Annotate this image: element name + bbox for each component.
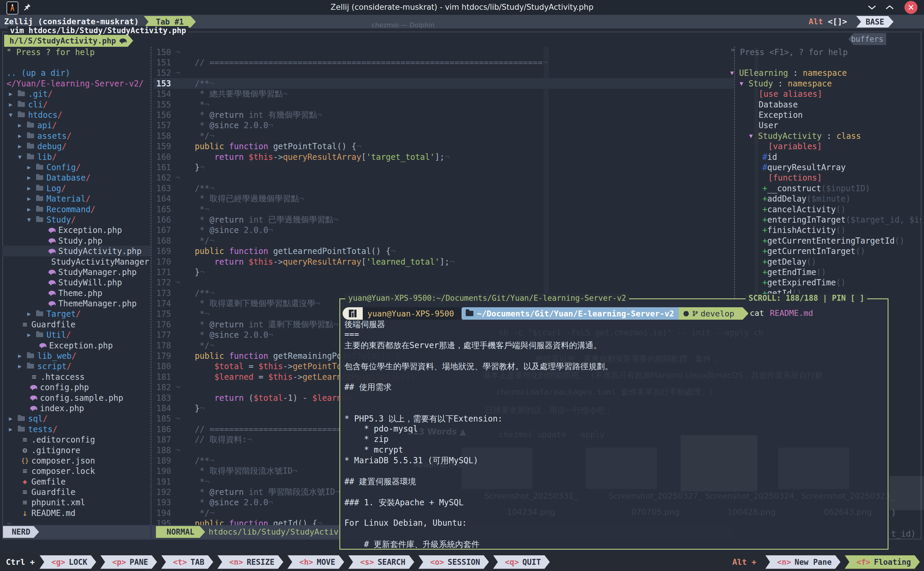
code-line-157[interactable]: 157 * @since 2.0.0¬ xyxy=(154,120,734,131)
tree-folder-Log[interactable]: ▶Log/ xyxy=(2,183,151,193)
keybinding-quit[interactable]: <q>QUIT xyxy=(493,555,550,569)
vista-row-18[interactable]: +getCurrentEnteringTargetId() xyxy=(730,235,921,246)
vista-row-4[interactable]: [use aliases] xyxy=(730,89,921,99)
vista-row-0[interactable]: " Press <F1>, ? for help xyxy=(730,47,921,57)
tree-file-config.sample.php[interactable]: config.sample.php xyxy=(2,392,151,403)
code-line-155[interactable]: 155 *¬ xyxy=(154,99,734,110)
code-line-166[interactable]: 166 * @return int 已學過幾個學習點¬ xyxy=(154,214,734,225)
vista-row-6[interactable]: Exception xyxy=(730,110,921,120)
vista-row-13[interactable]: +__construct($inputID) xyxy=(730,183,921,193)
chevron-right-icon[interactable]: ▶ xyxy=(9,415,15,422)
tree-folder-Database[interactable]: ▶Database/ xyxy=(2,173,151,183)
tree-folder-sql[interactable]: ▶sql/ xyxy=(2,414,151,424)
keybinding-pane[interactable]: <p>PANE xyxy=(100,555,157,569)
tree-row[interactable]: .. (up a dir) xyxy=(2,68,151,78)
keybinding-session[interactable]: <o>SESSION xyxy=(418,555,489,569)
chevron-right-icon[interactable]: ▶ xyxy=(27,310,33,317)
tree-folder-script[interactable]: ▶script/ xyxy=(2,361,151,372)
tree-folder-debug[interactable]: ▶debug/ xyxy=(2,141,151,151)
vista-row-5[interactable]: Database xyxy=(730,99,921,110)
vista-row-22[interactable]: +getExpiredTime() xyxy=(730,277,921,288)
code-line-161[interactable]: 161 }¬ xyxy=(154,162,734,172)
code-line-162[interactable]: 162¬ xyxy=(154,173,734,183)
vista-row-15[interactable]: +cancelActivity() xyxy=(730,204,921,214)
chevron-down-icon[interactable]: ▼ xyxy=(27,216,33,223)
keybinding-move[interactable]: <h>MOVE xyxy=(288,555,344,569)
code-line-151[interactable]: 151 // =================================… xyxy=(154,57,734,68)
chevron-right-icon[interactable]: ▶ xyxy=(27,164,33,171)
chevron-down-icon[interactable]: ▼ xyxy=(740,80,748,87)
vista-row-21[interactable]: +getEndTime() xyxy=(730,267,921,277)
tree-folder-assets[interactable]: ▶assets/ xyxy=(2,131,151,141)
keybinding-new-pane[interactable]: <n>New Pane xyxy=(765,555,841,569)
code-line-153[interactable]: 153 /**¬ xyxy=(154,78,734,88)
minimize-button[interactable] xyxy=(864,1,879,14)
tree-file-composer.lock[interactable]: ≡composer.lock xyxy=(2,466,151,476)
buffer-tab[interactable]: h/l/S/StudyActivity.php xyxy=(4,35,133,47)
chevron-right-icon[interactable]: ▶ xyxy=(18,122,24,129)
code-line-158[interactable]: 158 */¬ xyxy=(154,131,734,141)
vista-row-20[interactable]: +getDelay() xyxy=(730,256,921,267)
tree-folder-cli[interactable]: ▶cli/ xyxy=(2,99,151,110)
tree-folder-Study[interactable]: ▼Study/ xyxy=(2,214,151,225)
code-line-169[interactable]: 169 public function getLearnedPointTotal… xyxy=(154,246,734,256)
vista-row-11[interactable]: #queryResultArray xyxy=(730,162,921,172)
tree-file-Theme.php[interactable]: Theme.php xyxy=(2,288,151,298)
vista-row-8[interactable]: ▼StudyActivity : class xyxy=(730,131,921,141)
chevron-right-icon[interactable]: ▶ xyxy=(27,195,33,202)
tree-file-Guardfile[interactable]: ≡Guardfile xyxy=(2,319,151,329)
keybinding-resize[interactable]: <n>RESIZE xyxy=(217,555,283,569)
code-line-152[interactable]: 152¬ xyxy=(154,68,734,78)
tree-file-README.md[interactable]: ↓README.md xyxy=(2,508,151,518)
tree-folder-lib[interactable]: ▼lib/ xyxy=(2,151,151,162)
tree-file-composer.json[interactable]: {}composer.json xyxy=(2,455,151,466)
floating-terminal-pane[interactable] xyxy=(339,298,889,550)
chevron-right-icon[interactable]: ▶ xyxy=(9,426,15,433)
tree-file-StudyWill.php[interactable]: StudyWill.php xyxy=(2,277,151,288)
chevron-right-icon[interactable]: ▶ xyxy=(27,331,33,338)
tree-file-ThemeManager.php[interactable]: ThemeManager.php xyxy=(2,298,151,309)
code-line-167[interactable]: 167 * @since 2.0.0¬ xyxy=(154,225,734,235)
tree-folder-.git[interactable]: ▶.git/ xyxy=(2,89,151,99)
code-line-165[interactable]: 165 *¬ xyxy=(154,204,734,214)
vista-row-23[interactable]: +getId() xyxy=(730,288,921,298)
vista-row-17[interactable]: +finishActivity() xyxy=(730,225,921,235)
tree-folder-api[interactable]: ▶api/ xyxy=(2,120,151,131)
vista-row-10[interactable]: #id xyxy=(730,151,921,162)
vista-row-14[interactable]: +addDelay($minute) xyxy=(730,193,921,204)
code-line-154[interactable]: 154 * 總共要學幾個學習點¬ xyxy=(154,89,734,99)
chevron-down-icon[interactable]: ▼ xyxy=(749,132,758,139)
tree-folder-htdocs[interactable]: ▼htdocs/ xyxy=(2,110,151,120)
code-line-164[interactable]: 164 * 取得已經學過幾個學習點¬ xyxy=(154,193,734,204)
code-line-156[interactable]: 156 * @return int 有幾個學習點¬ xyxy=(154,110,734,120)
tree-folder-Config[interactable]: ▶Config/ xyxy=(2,162,151,172)
tree-file-Guardfile[interactable]: ≡Guardfile xyxy=(2,487,151,497)
code-line-160[interactable]: 160 return $this->queryResultArray['targ… xyxy=(154,151,734,162)
code-line-163[interactable]: 163 /**¬ xyxy=(154,183,734,193)
keybinding-search[interactable]: <s>SEARCH xyxy=(348,555,414,569)
tree-file-.gitignore[interactable]: ⚙.gitignore xyxy=(2,445,151,455)
tree-folder-Target[interactable]: ▶Target/ xyxy=(2,309,151,319)
tree-file-StudyActivityManager.php[interactable]: StudyActivityManager.php xyxy=(2,256,151,267)
keybinding-tab[interactable]: <t>TAB xyxy=(161,555,213,569)
chevron-right-icon[interactable]: ▶ xyxy=(27,185,33,192)
chevron-down-icon[interactable]: ▼ xyxy=(18,153,24,160)
code-line-159[interactable]: 159 public function getPointTotal() {¬ xyxy=(154,141,734,151)
tree-file-Exception.php[interactable]: Exception.php xyxy=(2,225,151,235)
vista-row-3[interactable]: ▼Study : namespace xyxy=(730,78,921,88)
tree-file-StudyManager.php[interactable]: StudyManager.php xyxy=(2,267,151,277)
tree-file-Exception.php[interactable]: Exception.php xyxy=(2,340,151,350)
tree-file-phpunit.xml[interactable]: ≡phpunit.xml xyxy=(2,497,151,508)
chevron-right-icon[interactable]: ▶ xyxy=(9,101,15,108)
vista-row-9[interactable]: [variables] xyxy=(730,141,921,151)
close-button[interactable]: ✕ xyxy=(904,1,918,14)
chevron-right-icon[interactable]: ▶ xyxy=(9,90,15,97)
vista-row-7[interactable]: User xyxy=(730,120,921,131)
code-line-170[interactable]: 170 return $this->queryResultArray['lear… xyxy=(154,256,734,267)
chevron-right-icon[interactable]: ▶ xyxy=(18,363,24,370)
chevron-right-icon[interactable]: ▶ xyxy=(18,143,24,150)
tree-file-StudyActivity.php[interactable]: StudyActivity.php xyxy=(2,246,151,256)
tree-folder-lib_web[interactable]: ▶lib_web/ xyxy=(2,350,151,361)
vista-row-16[interactable]: +enteringInTarget($target_id, $is xyxy=(730,214,921,225)
chevron-right-icon[interactable]: ▶ xyxy=(27,206,33,213)
